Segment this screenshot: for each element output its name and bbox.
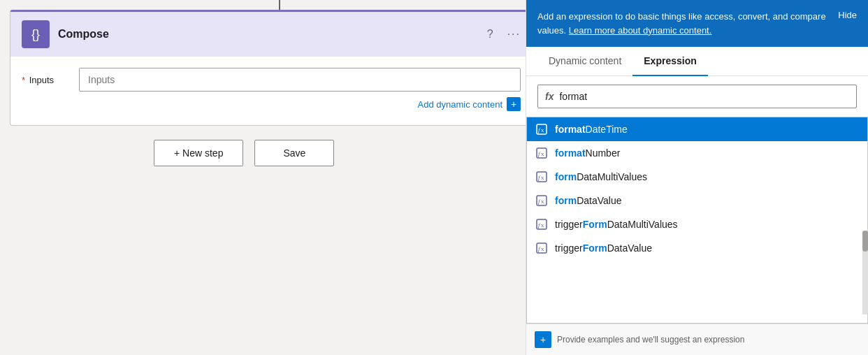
new-step-button[interactable]: + New step bbox=[154, 140, 243, 166]
expression-area: fx bbox=[526, 76, 868, 117]
compose-body: * Inputs Add dynamic content + bbox=[10, 57, 532, 125]
tab-expression[interactable]: Expression bbox=[632, 47, 707, 76]
inputs-field[interactable] bbox=[79, 68, 521, 92]
suggestion-item[interactable]: f x formDataValue bbox=[527, 189, 867, 212]
info-banner: Add an expression to do basic things lik… bbox=[526, 0, 868, 47]
compose-title: Compose bbox=[58, 28, 479, 41]
svg-text:x: x bbox=[541, 222, 544, 229]
svg-text:x: x bbox=[541, 198, 544, 205]
suggestion-item[interactable]: f x formDataMultiValues bbox=[527, 165, 867, 189]
suggestion-text: triggerFormDataMultiValues bbox=[555, 219, 678, 230]
function-icon: f x bbox=[535, 194, 548, 207]
required-star: * bbox=[22, 75, 25, 85]
scrollbar[interactable] bbox=[862, 231, 868, 314]
suggestion-item[interactable]: f x triggerFormDataMultiValues bbox=[527, 212, 867, 236]
add-dynamic-content-button[interactable]: + bbox=[507, 97, 521, 111]
svg-text:x: x bbox=[541, 126, 544, 133]
inputs-field-row: * Inputs bbox=[22, 68, 521, 92]
provide-examples-footer: + Provide examples and we'll suggest an … bbox=[526, 324, 868, 355]
function-icon: f x bbox=[535, 147, 548, 159]
fx-label: fx bbox=[545, 91, 554, 102]
svg-text:x: x bbox=[541, 150, 544, 157]
suggestion-item[interactable]: f x formatDateTime bbox=[527, 117, 867, 141]
function-icon: f x bbox=[535, 242, 548, 254]
tabs-row: Dynamic content Expression bbox=[526, 47, 868, 76]
provide-examples-text: Provide examples and we'll suggest an ex… bbox=[557, 335, 744, 345]
compose-card: {} Compose ? ··· * Inputs Add dynamic co… bbox=[10, 10, 533, 126]
suggestion-item[interactable]: f x formatNumber bbox=[527, 141, 867, 165]
function-icon: f x bbox=[535, 123, 548, 136]
compose-header: {} Compose ? ··· bbox=[10, 12, 532, 57]
suggestion-text: triggerFormDataValue bbox=[555, 242, 652, 254]
info-banner-text: Add an expression to do basic things lik… bbox=[537, 10, 830, 37]
save-button[interactable]: Save bbox=[254, 140, 334, 166]
expression-input-row: fx bbox=[537, 85, 857, 108]
right-panel: Add an expression to do basic things lik… bbox=[526, 0, 868, 355]
hide-button[interactable]: Hide bbox=[838, 10, 857, 20]
suggestions-list: f x formatDateTime f x formatNumber bbox=[526, 117, 868, 324]
learn-more-link[interactable]: Learn more about dynamic content. bbox=[569, 25, 712, 36]
scrollbar-thumb[interactable] bbox=[862, 231, 868, 252]
suggestion-text: formatNumber bbox=[555, 147, 620, 159]
svg-text:x: x bbox=[541, 245, 544, 252]
action-buttons-row: + New step Save bbox=[154, 140, 334, 166]
more-options-icon[interactable]: ··· bbox=[507, 28, 521, 41]
suggestion-text: formDataMultiValues bbox=[555, 171, 647, 182]
add-dynamic-content-link[interactable]: Add dynamic content bbox=[418, 99, 502, 110]
compose-icon: {} bbox=[22, 20, 50, 48]
inputs-label: * Inputs bbox=[22, 75, 71, 85]
tab-dynamic-content[interactable]: Dynamic content bbox=[537, 47, 632, 76]
function-icon: f x bbox=[535, 171, 548, 183]
add-dynamic-row: Add dynamic content + bbox=[22, 97, 521, 114]
suggestion-item[interactable]: f x triggerFormDataValue bbox=[527, 236, 867, 260]
help-icon[interactable]: ? bbox=[487, 28, 493, 41]
suggestion-text: formatDateTime bbox=[555, 124, 628, 135]
suggestion-text: formDataValue bbox=[555, 195, 621, 206]
expression-input[interactable] bbox=[559, 91, 849, 102]
function-icon: f x bbox=[535, 218, 548, 231]
provide-examples-button[interactable]: + bbox=[535, 331, 551, 348]
svg-text:x: x bbox=[541, 174, 544, 181]
